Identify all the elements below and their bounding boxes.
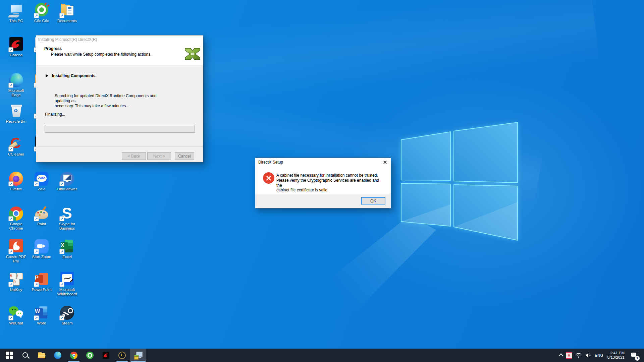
documents-icon: ↗ [59, 3, 75, 18]
part-path [590, 354, 590, 357]
desktop-icon-this-pc[interactable]: This PC [3, 3, 29, 23]
back-button[interactable]: < Back [122, 152, 146, 160]
desktop-icon-google-chrome[interactable]: ↗Google Chrome [3, 206, 29, 231]
desktop-icon-microsoft-edge[interactable]: ↗Microsoft Edge [3, 72, 29, 97]
start-zoom-icon: ↗ [34, 239, 49, 254]
desktop-icon-label: Firefox [3, 187, 29, 191]
start-button[interactable] [1, 349, 17, 362]
desktop-icon-ccleaner[interactable]: C↗CCleaner [3, 136, 29, 157]
installing-components-label: Installing Components [52, 73, 95, 78]
steam-icon: ↗ [59, 305, 75, 320]
desktop-icon-microsoft-whiteboard[interactable]: ↗Microsoft Whiteboard [54, 272, 80, 296]
desktop-icon-label: Covert PDF Pro [3, 255, 29, 263]
desktop-icon-label: Documents [54, 19, 80, 23]
desktop-icon-wechat[interactable]: ↗WeChat [3, 305, 29, 325]
part-uk-k: n [13, 279, 19, 285]
next-button[interactable]: Next > [147, 152, 171, 160]
cancel-button[interactable]: Cancel [175, 152, 194, 160]
edge-taskbar-button[interactable] [50, 349, 66, 362]
desktop-icon-unikey[interactable]: uin↗UniKey [3, 272, 29, 292]
desktop-icon-skype-for-business[interactable]: S↗Skype for Business [54, 206, 80, 231]
desktop-icon-paint[interactable]: ↗Paint [29, 206, 54, 226]
desktop-icon-covert-pdf-pro[interactable]: ↗Covert PDF Pro [3, 239, 29, 263]
ok-button[interactable]: OK [361, 197, 385, 204]
unikey-tray-icon[interactable]: V [566, 352, 572, 359]
clock-date: 8/13/2021 [607, 355, 625, 360]
part-m-kb [8, 15, 20, 17]
part-ff-in [13, 176, 19, 182]
shortcut-arrow-icon: ↗ [8, 216, 13, 221]
directx-setup-taskbar-button[interactable] [130, 349, 146, 362]
part-cc-core [89, 354, 91, 357]
desktop-icon-documents[interactable]: ↗Documents [54, 3, 80, 23]
desktop-icon-label: Word [29, 321, 54, 325]
part-wc-b2 [16, 310, 23, 316]
coccoc-taskbar-button[interactable] [82, 349, 98, 362]
ultraviewer-icon: ↗ [59, 171, 75, 186]
desktop-icon-firefox[interactable]: ↗Firefox [3, 171, 29, 191]
part-pa-dots [37, 212, 39, 214]
google-chrome-icon: ↗ [8, 206, 24, 221]
recycle-bin-icon: ♻ [8, 103, 24, 119]
desktop-icon-ultraviewer[interactable]: ↗UltraViewer [54, 171, 80, 191]
part-uv-scr [63, 175, 71, 181]
shortcut-arrow-icon: ↗ [8, 181, 13, 186]
search-icon [21, 351, 30, 359]
part-fd-line [68, 10, 71, 11]
part-zm-cam [37, 244, 43, 248]
desktop-icon-word[interactable]: W↗Word [29, 305, 54, 325]
desktop-icon-label: Cốc Cốc [29, 19, 54, 23]
language-indicator[interactable]: ENG [595, 353, 603, 357]
taskbar-items: L [0, 349, 146, 362]
desktop-icon-zalo[interactable]: Zalo↗Zalo [29, 171, 54, 191]
desktop-icon-start-zoom[interactable]: ↗Start Zoom [29, 239, 54, 259]
part-path [64, 277, 70, 279]
installing-components-section[interactable]: Installing Components [46, 73, 95, 78]
desktop-icon-powerpoint[interactable]: P↗PowerPoint [29, 272, 54, 292]
part-se-h [27, 356, 30, 359]
desktop-icon-coccoc[interactable]: ↗Cốc Cốc [29, 3, 54, 23]
desktop-icon-steam[interactable]: ↗Steam [54, 305, 80, 325]
clock[interactable]: 2:41 PM 8/13/2021 [607, 351, 625, 360]
desktop-icon-label: CCleaner [3, 152, 29, 157]
taskbar: L V ENG 2:41 PM 8/13/2021 1 [0, 349, 644, 362]
installer-titlebar[interactable]: Installing Microsoft(R) DirectX(R) [36, 36, 203, 43]
desktop-icon-recycle-bin[interactable]: ♻Recycle Bin [3, 103, 29, 124]
action-center-icon[interactable]: 1 [631, 352, 637, 359]
file-explorer-button[interactable] [34, 349, 50, 362]
file-explorer-icon [38, 351, 46, 359]
error-icon [263, 172, 274, 184]
desktop-icon-garena[interactable]: ↗Garena [3, 37, 29, 57]
search-button[interactable] [17, 349, 34, 362]
hidden-icons-chevron-icon[interactable] [558, 353, 564, 359]
part-st-ring [68, 308, 73, 313]
part-wc-e1 [12, 309, 13, 310]
chrome-icon [70, 351, 78, 359]
part-uk-k: i [16, 273, 23, 279]
dialog-titlebar[interactable]: DirectX Setup [255, 158, 391, 167]
coccoc-icon: ↗ [34, 3, 49, 18]
shortcut-arrow-icon: ↗ [8, 83, 13, 88]
close-icon[interactable] [379, 158, 391, 167]
desktop-icon-label: Google Chrome [3, 222, 29, 231]
installer-header: Progress Please wait while Setup complet… [36, 43, 203, 65]
installer-subheading: Please wait while Setup completes the fo… [51, 52, 152, 57]
league-of-legends-taskbar-button[interactable]: L [114, 349, 130, 362]
part-path [104, 354, 108, 357]
desktop-icon-label: Recycle Bin [3, 119, 29, 124]
chrome-taskbar-button[interactable] [66, 349, 82, 362]
part-ws [10, 356, 13, 359]
garena-taskbar-button[interactable] [98, 349, 114, 362]
wifi-icon[interactable] [575, 353, 582, 358]
installer-status-text: Searching for updated DirectX Runtime Co… [55, 94, 170, 109]
part-path [589, 354, 589, 356]
part-ws [6, 356, 9, 359]
desktop-icon-excel[interactable]: X↗Excel [54, 239, 80, 259]
part-m-base [13, 13, 19, 14]
skype-for-business-icon: S↗ [59, 206, 75, 221]
part-fd-img [68, 7, 71, 9]
installer-finalizing-text: Finalizing... [45, 112, 65, 117]
volume-icon[interactable] [585, 353, 592, 358]
garena-icon [102, 351, 110, 359]
shortcut-arrow-icon: ↗ [8, 249, 13, 254]
